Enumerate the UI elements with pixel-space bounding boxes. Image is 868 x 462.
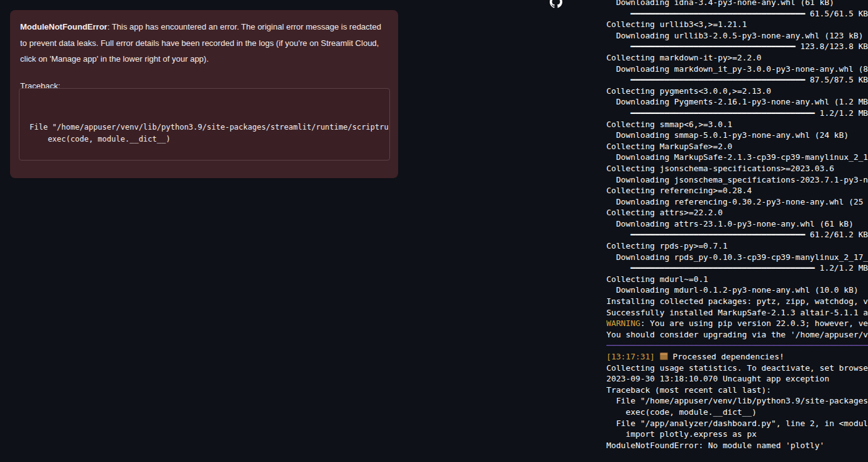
log-segment: Collecting urllib3<3,>=1.21.1 — [606, 20, 747, 29]
log-segment: File "/home/appuser/venv/lib/python3.9/s… — [606, 396, 868, 405]
log-line: Downloading mdurl-0.1.2-py3-none-any.whl… — [606, 285, 868, 296]
log-segment: ━━━━━━━━━━━━━━━━━━━━━━━━━━━━━━━━━━━━ 87.… — [606, 75, 868, 84]
log-segment: Traceback (most recent call last): — [606, 385, 771, 395]
error-message: ModuleNotFoundError: This app has encoun… — [20, 19, 388, 67]
log-segment: Collecting jsonschema-specifications>=20… — [606, 164, 834, 173]
log-segment-purple: ────────────────────────────────────────… — [606, 341, 868, 350]
log-line: Downloading referencing-0.30.2-py3-none-… — [606, 196, 868, 208]
log-segment: Collecting smmap<6,>=3.0.1 — [606, 120, 732, 129]
log-line: Downloading idna-3.4-py3-none-any.whl (6… — [606, 0, 868, 8]
log-segment: Downloading mdurl-0.1.2-py3-none-any.whl… — [606, 285, 859, 295]
log-line: Collecting pygments<3.0.0,>=2.13.0 — [606, 86, 868, 97]
log-segment: Collecting referencing>=0.28.4 — [606, 186, 752, 195]
traceback-code-block: File "/home/appuser/venv/lib/python3.9/s… — [19, 88, 390, 161]
log-segment: Downloading rpds_py-0.10.3-cp39-cp39-man… — [606, 252, 868, 262]
log-segment: Downloading referencing-0.30.2-py3-none-… — [606, 197, 868, 206]
log-segment: ━━━━━━━━━━━━━━━━━━━━━━━━━━━━━━━━━━ 123.8… — [606, 42, 868, 51]
log-line: Successfully installed MarkupSafe-2.1.3 … — [606, 307, 868, 318]
package-icon — [660, 352, 668, 360]
log-segment: Processed dependencies! — [668, 352, 784, 361]
terminal-log[interactable]: Downloading idna-3.4-py3-none-any.whl (6… — [606, 0, 868, 462]
log-segment-gold: [13:17:31] — [606, 352, 660, 361]
traceback-frame: File "/home/appuser/venv/lib/python3.9/s… — [30, 121, 389, 145]
log-segment: 2023-09-30 13:18:10.070 Uncaught app exc… — [606, 374, 829, 383]
log-segment: Collecting pygments<3.0.0,>=2.13.0 — [606, 86, 771, 96]
log-line: ────────────────────────────────────────… — [606, 340, 868, 351]
log-line: You should consider upgrading via the '/… — [606, 329, 868, 341]
log-segment: Collecting usage statistics. To deactiva… — [606, 363, 868, 373]
log-line: Collecting urllib3<3,>=1.21.1 — [606, 19, 868, 30]
log-segment: Downloading urllib3-2.0.5-py3-none-any.w… — [606, 31, 863, 40]
log-line: Collecting usage statistics. To deactiva… — [606, 363, 868, 374]
error-alert: ModuleNotFoundError: This app has encoun… — [10, 10, 398, 178]
log-line: ━━━━━━━━━━━━━━━━━━━━━━━━━━━━━━━━━━━━ 87.… — [606, 74, 868, 86]
log-segment: ━━━━━━━━━━━━━━━━━━━━━━━━━━━━━━━━━━━━ 61.… — [606, 230, 868, 239]
log-line: File "/app/analyzer/dashboard.py", line … — [606, 418, 868, 429]
log-line: ━━━━━━━━━━━━━━━━━━━━━━━━━━━━━━━━━━━━ 61.… — [606, 8, 868, 20]
log-segment: ModuleNotFoundError: No module named 'pl… — [606, 441, 825, 450]
log-segment-gold: WARNING — [606, 318, 640, 328]
error-title: ModuleNotFoundError — [20, 22, 108, 31]
log-segment: Downloading idna-3.4-py3-none-any.whl (6… — [606, 0, 834, 7]
log-segment: Installing collected packages: pytz, zip… — [606, 296, 868, 306]
log-segment: Downloading smmap-5.0.1-py3-none-any.whl… — [606, 130, 849, 140]
log-segment: Collecting MarkupSafe>=2.0 — [606, 142, 732, 151]
log-segment: Downloading MarkupSafe-2.1.3-cp39-cp39-m… — [606, 152, 868, 162]
log-line: Collecting markdown-it-py>=2.2.0 — [606, 52, 868, 64]
log-segment: ━━━━━━━━━━━━━━━━━━━━━━━━━━━━━━━━━━━━━━ 1… — [606, 263, 868, 273]
github-icon[interactable] — [550, 0, 562, 8]
log-segment: Downloading markdown_it_py-3.0.0-py3-non… — [606, 64, 868, 74]
log-segment: Collecting mdurl~=0.1 — [606, 274, 708, 284]
log-line: Traceback (most recent call last): — [606, 385, 868, 396]
log-segment: You should consider upgrading via the '/… — [606, 330, 868, 339]
log-line: Collecting mdurl~=0.1 — [606, 274, 868, 285]
log-line: Collecting rpds-py>=0.7.1 — [606, 240, 868, 252]
log-segment: Collecting attrs>=22.2.0 — [606, 208, 723, 217]
log-line: Downloading MarkupSafe-2.1.3-cp39-cp39-m… — [606, 152, 868, 163]
log-line: Downloading smmap-5.0.1-py3-none-any.whl… — [606, 130, 868, 141]
log-line: ━━━━━━━━━━━━━━━━━━━━━━━━━━━━━━━━━━ 123.8… — [606, 41, 868, 52]
log-line: Downloading rpds_py-0.10.3-cp39-cp39-man… — [606, 252, 868, 263]
log-line: Downloading jsonschema_specifications-20… — [606, 174, 868, 186]
log-line: 2023-09-30 13:18:10.070 Uncaught app exc… — [606, 373, 868, 385]
log-segment: Successfully installed MarkupSafe-2.1.3 … — [606, 308, 868, 317]
log-line: Collecting smmap<6,>=3.0.1 — [606, 119, 868, 130]
log-line: Collecting jsonschema-specifications>=20… — [606, 163, 868, 174]
log-segment: import plotly.express as px — [606, 429, 757, 439]
log-line: Collecting attrs>=22.2.0 — [606, 207, 868, 218]
log-segment: File "/app/analyzer/dashboard.py", line … — [606, 419, 868, 428]
log-line: exec(code, module.__dict__) — [606, 407, 868, 418]
log-line: [13:17:31] Processed dependencies! — [606, 351, 868, 363]
log-segment: Collecting markdown-it-py>=2.2.0 — [606, 53, 762, 62]
log-line: ━━━━━━━━━━━━━━━━━━━━━━━━━━━━━━━━━━━━━━ 1… — [606, 262, 868, 274]
log-line: WARNING: You are using pip version 22.0.… — [606, 318, 868, 329]
log-line: Collecting MarkupSafe>=2.0 — [606, 141, 868, 152]
log-segment: ━━━━━━━━━━━━━━━━━━━━━━━━━━━━━━━━━━━━ 61.… — [606, 9, 868, 18]
log-line: Downloading markdown_it_py-3.0.0-py3-non… — [606, 64, 868, 75]
log-segment: ━━━━━━━━━━━━━━━━━━━━━━━━━━━━━━━━━━━━━━ 1… — [606, 108, 868, 118]
log-line: Downloading urllib3-2.0.5-py3-none-any.w… — [606, 30, 868, 42]
log-line: ━━━━━━━━━━━━━━━━━━━━━━━━━━━━━━━━━━━━━━ 1… — [606, 108, 868, 119]
log-line: ModuleNotFoundError: No module named 'pl… — [606, 440, 868, 451]
log-line: import plotly.express as px — [606, 429, 868, 440]
log-line: File "/home/appuser/venv/lib/python3.9/s… — [606, 395, 868, 407]
log-line: Downloading attrs-23.1.0-py3-none-any.wh… — [606, 218, 868, 230]
log-line: ━━━━━━━━━━━━━━━━━━━━━━━━━━━━━━━━━━━━ 61.… — [606, 229, 868, 240]
log-line: Downloading Pygments-2.16.1-py3-none-any… — [606, 96, 868, 108]
log-segment: : You are using pip version 22.0.3; howe… — [640, 318, 868, 328]
log-line: Collecting referencing>=0.28.4 — [606, 185, 868, 196]
log-line: Installing collected packages: pytz, zip… — [606, 296, 868, 307]
log-segment: Downloading attrs-23.1.0-py3-none-any.wh… — [606, 219, 854, 228]
streamlit-app-page: { "colors": { "background": "#0e1117", "… — [0, 0, 868, 462]
log-segment: Downloading Pygments-2.16.1-py3-none-any… — [606, 97, 868, 106]
log-segment: exec(code, module.__dict__) — [606, 407, 757, 417]
log-segment: Collecting rpds-py>=0.7.1 — [606, 241, 728, 251]
log-segment: Downloading jsonschema_specifications-20… — [606, 175, 868, 184]
